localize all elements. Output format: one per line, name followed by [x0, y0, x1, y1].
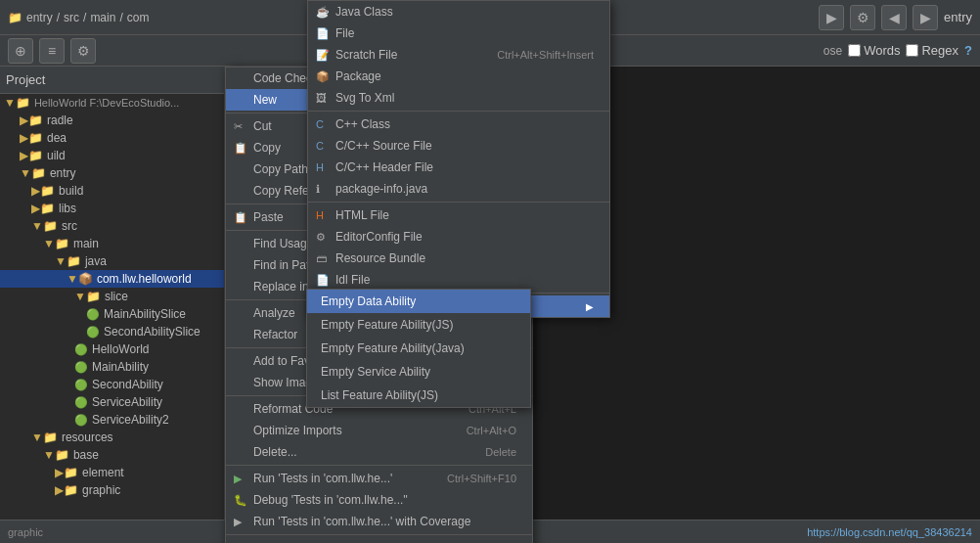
submenu-label: C++ Class	[335, 117, 390, 131]
app-name-label: entry	[944, 10, 972, 24]
submenu-label: Package	[335, 69, 381, 83]
submenu-resource-bundle[interactable]: 🗃 Resource Bundle	[308, 248, 609, 269]
tree-mainability[interactable]: 🟢 MainAbility	[0, 358, 224, 376]
tree-libs[interactable]: ▶📁 libs	[0, 200, 224, 217]
help-icon: ?	[964, 43, 972, 58]
submenu-cpp-class[interactable]: C C++ Class	[308, 113, 609, 135]
submenu-scratch[interactable]: 📝 Scratch File Ctrl+Alt+Shift+Insert	[308, 44, 609, 66]
menu-shortcut: Delete	[485, 446, 516, 458]
words-checkbox[interactable]	[848, 44, 861, 57]
menu-separator-8	[226, 534, 532, 535]
html-icon: H	[316, 209, 324, 221]
project-sidebar: Project ▼📁 HelloWorld F:\DevEcoStudio...…	[0, 67, 225, 520]
case-label: ose	[824, 44, 842, 58]
menu-create-tests[interactable]: Create 'Tests in 'com.llw.he...''	[226, 537, 532, 543]
folder-icon: ▶📁	[31, 184, 55, 198]
submenu-cpp-header[interactable]: H C/C++ Header File	[308, 157, 609, 178]
resource-icon: 🗃	[316, 252, 327, 264]
svg-icon: 🖼	[316, 92, 327, 104]
tree-graphic[interactable]: ▶📁 graphic	[0, 481, 224, 499]
paste-icon: 📋	[234, 211, 247, 224]
ability-empty-feature-js[interactable]: Empty Feature Ability(JS)	[307, 313, 530, 337]
submenu-label: Resource Bundle	[335, 251, 425, 265]
tree-build2[interactable]: ▶📁 build	[0, 182, 224, 200]
tree-serviceability[interactable]: 🟢 ServiceAbility	[0, 393, 224, 411]
menu-optimize[interactable]: Optimize Imports Ctrl+Alt+O	[226, 420, 532, 441]
run-button[interactable]: ▶	[819, 5, 844, 30]
editorconfig-icon: ⚙	[316, 231, 326, 244]
submenu-html[interactable]: H HTML File	[308, 204, 609, 226]
menu-label: Cut	[253, 119, 272, 133]
menu-run-tests[interactable]: ▶ Run 'Tests in 'com.llw.he...' Ctrl+Shi…	[226, 468, 532, 489]
folder-icon: ▶📁	[20, 113, 43, 127]
cpp-source-icon: C	[316, 140, 324, 152]
coverage-icon: ▶	[234, 516, 242, 528]
ability-label: Empty Feature Ability(JS)	[321, 318, 453, 332]
filter-btn[interactable]: ≡	[39, 38, 65, 64]
java-icon: ☕	[316, 6, 330, 19]
folder-icon: ▼📁	[4, 96, 30, 110]
folder-icon: ▼📁	[55, 254, 81, 268]
tree-package[interactable]: ▼📦 com.llw.helloworld	[0, 270, 224, 288]
submenu-ability-menu: Empty Data Ability Empty Feature Ability…	[306, 289, 531, 408]
menu-run-coverage[interactable]: ▶ Run 'Tests in 'com.llw.he...' with Cov…	[226, 511, 532, 532]
tree-serviceability2[interactable]: 🟢 ServiceAbility2	[0, 411, 224, 429]
menu-debug-tests[interactable]: 🐛 Debug 'Tests in 'com.llw.he...''	[226, 489, 532, 511]
tree-resources[interactable]: ▼📁 resources	[0, 429, 224, 446]
tree-build[interactable]: ▶📁 uild	[0, 147, 224, 164]
tree-second-ability-slice[interactable]: 🟢 SecondAbilitySlice	[0, 323, 224, 340]
tree-java[interactable]: ▼📁 java	[0, 252, 224, 270]
menu-label: Optimize Imports	[253, 424, 342, 437]
submenu-sep-1	[308, 111, 609, 112]
forward-button[interactable]: ▶	[913, 5, 938, 30]
ability-label: Empty Service Ability	[321, 365, 430, 379]
file-icon: 🟢	[74, 396, 88, 409]
idl-icon: 📄	[316, 274, 330, 287]
back-button[interactable]: ◀	[881, 5, 907, 30]
folder-icon: ▶📁	[20, 149, 43, 162]
submenu-pkg-info[interactable]: ℹ package-info.java	[308, 178, 609, 200]
ability-empty-service[interactable]: Empty Service Ability	[307, 360, 530, 384]
submenu-idl[interactable]: 📄 Idl File	[308, 269, 609, 291]
submenu-svg-xml[interactable]: 🖼 Svg To Xml	[308, 87, 609, 109]
submenu-label: HTML File	[335, 208, 389, 222]
regex-checkbox[interactable]	[906, 44, 918, 57]
submenu-cpp-source[interactable]: C C/C++ Source File	[308, 135, 609, 157]
tree-slice[interactable]: ▼📁 slice	[0, 288, 224, 305]
folder-icon: ▼📁	[74, 290, 101, 303]
run-icon: ▶	[234, 473, 242, 485]
tree-base[interactable]: ▼📁 base	[0, 446, 224, 464]
tree-idea[interactable]: ▶📁 dea	[0, 129, 224, 147]
menu-label: Refactor	[253, 328, 297, 341]
tree-helloworld[interactable]: 🟢 HelloWorld	[0, 340, 224, 358]
submenu-label: File	[335, 26, 354, 40]
ability-empty-feature-java[interactable]: Empty Feature Ability(Java)	[307, 337, 530, 360]
settings-button[interactable]: ⚙	[850, 5, 875, 30]
tree-main-ability-slice[interactable]: 🟢 MainAbilitySlice	[0, 305, 224, 323]
ability-list-feature-js[interactable]: List Feature Ability(JS)	[307, 384, 530, 407]
menu-shortcut: Ctrl+Alt+O	[467, 425, 516, 436]
tree-element[interactable]: ▶📁 element	[0, 464, 224, 481]
tree-main[interactable]: ▼📁 main	[0, 235, 224, 252]
menu-label: Debug 'Tests in 'com.llw.he...''	[253, 493, 408, 507]
tree-secondability[interactable]: 🟢 SecondAbility	[0, 376, 224, 393]
file-icon: 🟢	[74, 379, 88, 391]
submenu-file[interactable]: 📄 File	[308, 23, 609, 44]
file-icon: 🟢	[86, 308, 100, 321]
tree-src[interactable]: ▼📁 src	[0, 217, 224, 235]
submenu-label: C/C++ Header File	[335, 160, 433, 174]
scratch-icon: 📝	[316, 49, 330, 62]
menu-delete[interactable]: Delete... Delete	[226, 441, 532, 463]
statusbar-url: https://blog.csdn.net/qq_38436214	[807, 526, 972, 538]
tree-root[interactable]: ▼📁 HelloWorld F:\DevEcoStudio...	[0, 94, 224, 112]
submenu-java-class[interactable]: ☕ Java Class	[308, 1, 609, 23]
folder-icon: ▼📁	[31, 430, 58, 444]
tree-entry[interactable]: ▼📁 entry	[0, 164, 224, 182]
submenu-package[interactable]: 📦 Package	[308, 66, 609, 87]
search-settings-btn[interactable]: ⊕	[8, 38, 33, 64]
tree-gradle[interactable]: ▶📁 radle	[0, 112, 224, 129]
ability-empty-data[interactable]: Empty Data Ability	[307, 290, 530, 313]
submenu-editorconfig[interactable]: ⚙ EditorConfig File	[308, 226, 609, 248]
folder-icon: ▼📁	[43, 237, 69, 250]
gear-icon[interactable]: ⚙	[70, 38, 96, 64]
